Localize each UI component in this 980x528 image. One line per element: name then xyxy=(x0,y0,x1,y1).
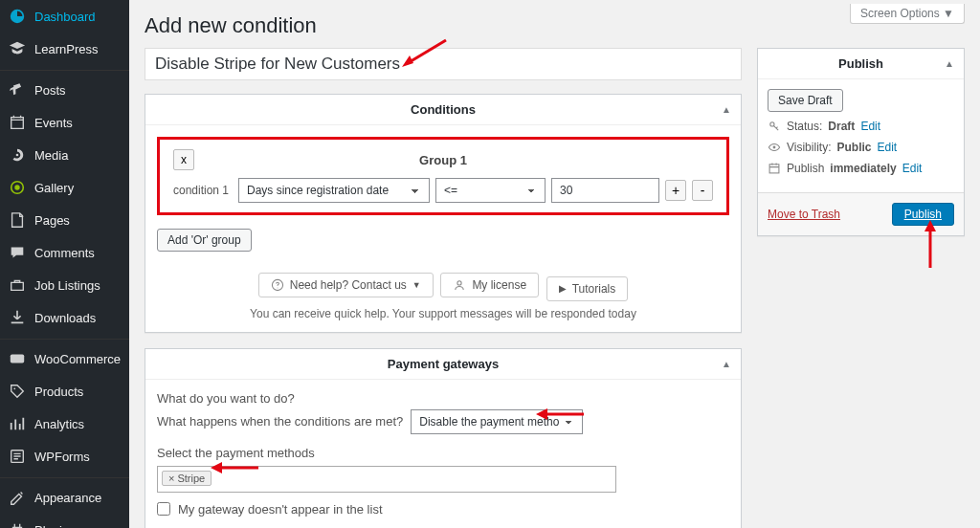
payment-method-chip-stripe[interactable]: × Stripe xyxy=(162,471,212,486)
sidebar-item-appearance[interactable]: Appearance xyxy=(0,477,129,514)
status-value: Draft xyxy=(828,120,855,133)
publish-button[interactable]: Publish xyxy=(892,203,954,226)
sidebar-item-plugins[interactable]: Plugins xyxy=(0,514,129,528)
sidebar-item-events[interactable]: Events xyxy=(0,106,129,139)
media-icon xyxy=(8,145,27,165)
key-icon xyxy=(768,120,781,133)
gateway-question-1: What do you want to do? xyxy=(157,391,729,406)
help-contact-label: Need help? Contact us xyxy=(290,278,407,292)
gateway-action-select[interactable]: Disable the payment method(s) xyxy=(411,409,583,434)
comments-icon xyxy=(8,243,27,262)
condition-operator-select[interactable]: <= xyxy=(435,178,546,203)
sidebar-label: Media xyxy=(34,148,68,163)
collapse-icon[interactable]: ▲ xyxy=(945,58,954,69)
sidebar-label: Comments xyxy=(34,246,95,260)
download-icon xyxy=(8,308,27,327)
page-icon xyxy=(8,210,27,230)
payment-methods-select[interactable]: × Stripe xyxy=(157,466,616,493)
sidebar-item-downloads[interactable]: Downloads xyxy=(0,301,129,334)
status-label: Status: xyxy=(787,120,822,133)
pin-icon xyxy=(8,80,27,99)
visibility-label: Visibility: xyxy=(787,141,831,154)
help-contact-button[interactable]: Need help? Contact us ▼ xyxy=(258,273,434,297)
sidebar-item-dashboard[interactable]: Dashboard xyxy=(0,0,129,33)
tutorials-button[interactable]: ▶ Tutorials xyxy=(546,276,629,301)
gateway-missing-checkbox[interactable] xyxy=(157,502,170,516)
visibility-value: Public xyxy=(836,141,871,154)
sidebar-item-posts[interactable]: Posts xyxy=(0,70,129,106)
page-title: Add new condition xyxy=(145,0,965,48)
dashboard-icon xyxy=(8,7,27,26)
sidebar-item-pages[interactable]: Pages xyxy=(0,204,129,236)
svg-point-12 xyxy=(773,146,776,149)
condition-row-1: condition 1 Days since registration date… xyxy=(173,178,713,203)
svg-rect-3 xyxy=(11,355,24,363)
edit-visibility-link[interactable]: Edit xyxy=(877,141,897,154)
products-icon xyxy=(8,382,27,401)
my-license-button[interactable]: My license xyxy=(440,273,539,297)
move-to-trash-link[interactable]: Move to Trash xyxy=(768,208,840,221)
screen-options-toggle[interactable]: Screen Options ▼ xyxy=(850,4,965,24)
sidebar-item-analytics[interactable]: Analytics xyxy=(0,407,129,440)
gateway-missing-label: My gateway doesn't appear in the list xyxy=(178,502,383,517)
analytics-icon xyxy=(8,414,27,433)
sidebar-item-products[interactable]: Products xyxy=(0,375,129,407)
title-input-wrap xyxy=(145,48,742,80)
sidebar-item-learnpress[interactable]: LearnPress xyxy=(0,33,129,65)
condition-value-input[interactable] xyxy=(551,178,659,203)
sidebar-label: Appearance xyxy=(34,491,101,505)
publish-heading-label: Publish xyxy=(769,56,952,71)
sidebar-item-joblistings[interactable]: Job Listings xyxy=(0,269,129,301)
add-condition-button[interactable]: + xyxy=(665,180,686,201)
publish-postbox: Publish ▲ Save Draft Status: Draft Edit … xyxy=(757,48,965,236)
publish-heading: Publish ▲ xyxy=(758,49,964,79)
help-note: You can receive quick help. Your support… xyxy=(157,307,729,320)
remove-condition-button[interactable]: - xyxy=(692,180,713,201)
woocommerce-icon xyxy=(8,349,27,368)
schedule-label: Publish xyxy=(787,162,824,175)
sidebar-label: Plugins xyxy=(34,523,76,529)
condition-field-select[interactable]: Days since registration date xyxy=(238,178,430,203)
my-license-label: My license xyxy=(472,278,526,292)
calendar-icon xyxy=(768,162,781,175)
sidebar-item-comments[interactable]: Comments xyxy=(0,236,129,269)
add-or-group-button[interactable]: Add 'Or' group xyxy=(157,229,252,252)
collapse-icon[interactable]: ▲ xyxy=(722,359,731,369)
collapse-icon[interactable]: ▲ xyxy=(722,104,731,115)
sidebar-item-media[interactable]: Media xyxy=(0,139,129,171)
condition-title-input[interactable] xyxy=(155,55,731,74)
gateways-heading-label: Payment gateways xyxy=(388,357,499,371)
gateway-missing-checkbox-row[interactable]: My gateway doesn't appear in the list xyxy=(157,502,729,517)
payment-gateways-postbox: Payment gateways ▲ What do you want to d… xyxy=(145,348,742,529)
edit-schedule-link[interactable]: Edit xyxy=(902,162,923,175)
edit-status-link[interactable]: Edit xyxy=(860,120,880,133)
gateway-question-2: What happens when the conditions are met… xyxy=(157,414,403,429)
user-icon xyxy=(453,278,466,292)
help-icon xyxy=(271,278,284,292)
sidebar-item-woocommerce[interactable]: WooCommerce xyxy=(0,339,129,375)
svg-point-4 xyxy=(13,387,15,389)
conditions-heading-label: Conditions xyxy=(411,102,476,117)
sidebar-label: Posts xyxy=(34,83,66,98)
sidebar-label: Dashboard xyxy=(34,10,96,24)
calendar-icon xyxy=(8,113,27,132)
svg-point-2 xyxy=(14,185,19,189)
plugins-icon xyxy=(8,520,27,528)
sidebar-label: WooCommerce xyxy=(34,352,121,366)
gallery-icon xyxy=(8,178,27,197)
sidebar-label: LearnPress xyxy=(34,42,98,56)
sidebar-label: Analytics xyxy=(34,417,84,431)
briefcase-icon xyxy=(8,275,27,295)
conditions-heading: Conditions ▲ xyxy=(145,95,741,125)
save-draft-button[interactable]: Save Draft xyxy=(768,89,843,112)
svg-rect-13 xyxy=(769,165,779,173)
play-icon: ▶ xyxy=(559,283,567,294)
graduation-icon xyxy=(8,39,27,58)
visibility-row: Visibility: Public Edit xyxy=(768,141,954,154)
group-title: Group 1 xyxy=(173,153,713,167)
sidebar-label: Products xyxy=(34,385,83,399)
sidebar-item-gallery[interactable]: Gallery xyxy=(0,171,129,204)
status-row: Status: Draft Edit xyxy=(768,120,954,133)
sidebar-item-wpforms[interactable]: WPForms xyxy=(0,440,129,473)
sidebar-label: Downloads xyxy=(34,311,96,325)
